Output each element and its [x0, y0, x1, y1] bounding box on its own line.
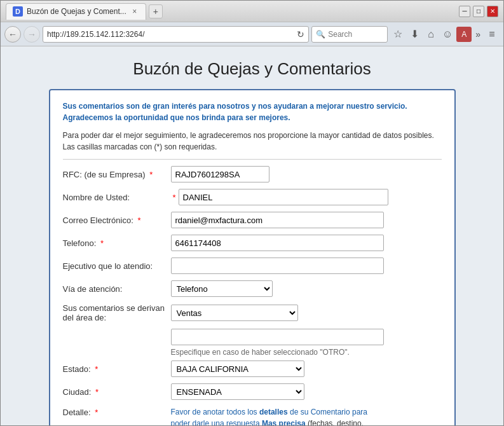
- app-icon[interactable]: A: [456, 27, 472, 42]
- tab-favicon: D: [13, 6, 23, 17]
- close-button[interactable]: ✕: [487, 6, 498, 17]
- hamburger-menu[interactable]: ≡: [484, 27, 500, 42]
- especifique-text: Especifique en caso de haber seleccionad…: [171, 348, 442, 357]
- home-icon[interactable]: ⌂: [423, 27, 439, 42]
- nombre-row: Nombre de Usted: *: [63, 189, 442, 205]
- maximize-button[interactable]: □: [473, 6, 484, 17]
- reload-button[interactable]: ↻: [297, 29, 304, 39]
- window-controls: ─ □ ✕: [459, 6, 498, 17]
- comentarios-select[interactable]: Ventas Soporte Administración Otro: [171, 305, 298, 321]
- ejecutivo-row: Ejecutivo que lo atendio:: [63, 258, 442, 274]
- correo-row: Correo Electrónico: *: [63, 212, 442, 228]
- detalle-row: Detalle: * Favor de anotar todos los det…: [63, 406, 442, 425]
- estado-label: Estado: *: [63, 364, 171, 374]
- ciudad-required: *: [93, 387, 99, 397]
- browser-window: D Buzón de Quejas y Coment... × + ─ □ ✕ …: [0, 0, 504, 426]
- detalle-required: *: [93, 408, 99, 417]
- ejecutivo-input[interactable]: [171, 258, 384, 274]
- comentarios-row: Sus comentarios se derivan del área de: …: [63, 303, 442, 322]
- rfc-row: RFC: (de su Empresa) *: [63, 166, 442, 182]
- via-select[interactable]: Telefono Email Presencial Web: [171, 280, 273, 297]
- overflow-button[interactable]: »: [474, 29, 482, 39]
- intro-text-2: Para poder dar el mejor seguimiento, le …: [63, 130, 442, 153]
- detalle-text: Favor de anotar todos los detalles de su…: [171, 406, 374, 425]
- page-title: Buzón de Quejas y Comentarios: [133, 59, 371, 79]
- address-input[interactable]: [47, 30, 294, 39]
- tab-close-button[interactable]: ×: [130, 7, 139, 16]
- browser-tab[interactable]: D Buzón de Quejas y Coment... ×: [6, 3, 146, 20]
- downloads-icon[interactable]: ⬇: [407, 27, 422, 42]
- telefono-label: Telefono: *: [63, 238, 171, 248]
- rfc-label: RFC: (de su Empresa) *: [63, 170, 171, 179]
- emoji-icon[interactable]: ☺: [440, 27, 455, 42]
- search-input[interactable]: [328, 30, 379, 39]
- ciudad-label: Ciudad: *: [63, 387, 171, 397]
- page-content: Buzón de Quejas y Comentarios Sus coment…: [1, 46, 503, 425]
- detalle-mas: Mas precisa: [262, 419, 306, 425]
- forward-button[interactable]: →: [24, 26, 40, 43]
- especifique-input-row: [171, 329, 442, 345]
- telefono-input[interactable]: [171, 235, 384, 251]
- ciudad-select[interactable]: ENSENADA TIJUANA MEXICALI ROSARITO: [171, 383, 304, 400]
- via-label: Vía de atención:: [63, 284, 171, 294]
- nombre-required: *: [173, 193, 176, 202]
- correo-required: *: [135, 216, 141, 225]
- especifique-input[interactable]: [171, 329, 384, 345]
- telefono-row: Telefono: *: [63, 235, 442, 251]
- detalle-favor: Favor de anotar todos los: [171, 408, 259, 416]
- tab-title: Buzón de Quejas y Coment...: [27, 7, 126, 16]
- nav-icons: ☆ ⬇ ⌂ ☺ A: [390, 27, 472, 42]
- estado-required: *: [93, 364, 99, 374]
- estado-select[interactable]: BAJA CALIFORNIA SONORA SINALOA JALISCO: [171, 361, 304, 377]
- rfc-input[interactable]: [171, 166, 269, 182]
- ejecutivo-label: Ejecutivo que lo atendio:: [63, 261, 171, 271]
- nombre-label: Nombre de Usted:: [63, 193, 171, 202]
- divider: [63, 159, 442, 160]
- address-bar[interactable]: ↻: [43, 26, 309, 43]
- search-icon: 🔍: [316, 30, 325, 39]
- minimize-button[interactable]: ─: [459, 6, 470, 17]
- rfc-required: *: [147, 170, 153, 179]
- intro-bold-1: Sus comentarios son de gran interés para…: [63, 102, 407, 122]
- search-bar[interactable]: 🔍: [311, 26, 388, 43]
- tel-required: *: [98, 238, 104, 248]
- comentarios-label: Sus comentarios se derivan del área de:: [63, 303, 171, 322]
- title-bar: D Buzón de Quejas y Coment... × + ─ □ ✕: [1, 1, 503, 22]
- new-tab-button[interactable]: +: [149, 4, 163, 18]
- via-row: Vía de atención: Telefono Email Presenci…: [63, 280, 442, 297]
- form-container: Sus comentarios son de gran interés para…: [49, 89, 456, 425]
- ciudad-row: Ciudad: * ENSENADA TIJUANA MEXICALI ROSA…: [63, 383, 442, 400]
- nav-bar: ← → ↻ 🔍 ☆ ⬇ ⌂ ☺ A » ≡: [1, 22, 503, 46]
- estado-row: Estado: * BAJA CALIFORNIA SONORA SINALOA…: [63, 361, 442, 377]
- detalle-detalles: detalles: [259, 408, 288, 416]
- nombre-input[interactable]: [179, 189, 388, 205]
- correo-label: Correo Electrónico: *: [63, 216, 171, 225]
- detalle-label: Detalle: *: [63, 406, 171, 417]
- correo-input[interactable]: [171, 212, 384, 228]
- intro-text-1: Sus comentarios son de gran interés para…: [63, 100, 442, 123]
- back-button[interactable]: ←: [4, 26, 21, 43]
- bookmark-icon[interactable]: ☆: [390, 27, 405, 42]
